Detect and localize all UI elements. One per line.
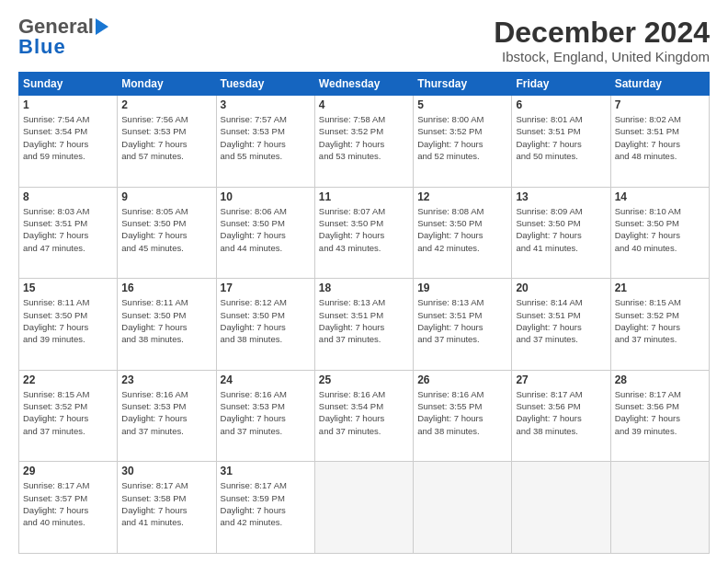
calendar-cell — [610, 462, 709, 554]
day-number: 14 — [615, 190, 705, 203]
calendar-week-1: 1Sunrise: 7:54 AM Sunset: 3:54 PM Daylig… — [19, 96, 710, 188]
day-info: Sunrise: 8:09 AM Sunset: 3:50 PM Dayligh… — [516, 205, 606, 254]
calendar-cell: 29Sunrise: 8:17 AM Sunset: 3:57 PM Dayli… — [19, 462, 118, 554]
day-number: 7 — [615, 98, 705, 111]
day-info: Sunrise: 8:15 AM Sunset: 3:52 PM Dayligh… — [615, 296, 705, 345]
header: General Blue December 2024 Ibstock, Engl… — [18, 17, 710, 64]
calendar-cell: 24Sunrise: 8:16 AM Sunset: 3:53 PM Dayli… — [216, 370, 314, 462]
day-info: Sunrise: 8:14 AM Sunset: 3:51 PM Dayligh… — [516, 296, 606, 345]
calendar-cell: 16Sunrise: 8:11 AM Sunset: 3:50 PM Dayli… — [118, 279, 216, 371]
day-info: Sunrise: 7:54 AM Sunset: 3:54 PM Dayligh… — [23, 113, 113, 162]
col-header-tuesday: Tuesday — [216, 73, 314, 96]
calendar-cell: 20Sunrise: 8:14 AM Sunset: 3:51 PM Dayli… — [512, 279, 610, 371]
calendar-cell: 1Sunrise: 7:54 AM Sunset: 3:54 PM Daylig… — [19, 96, 118, 188]
calendar-cell — [512, 462, 610, 554]
day-number: 24 — [221, 373, 311, 386]
calendar-cell: 3Sunrise: 7:57 AM Sunset: 3:53 PM Daylig… — [216, 96, 314, 188]
calendar-cell: 22Sunrise: 8:15 AM Sunset: 3:52 PM Dayli… — [19, 370, 118, 462]
day-number: 5 — [417, 98, 507, 111]
col-header-sunday: Sunday — [19, 73, 118, 96]
day-info: Sunrise: 8:07 AM Sunset: 3:50 PM Dayligh… — [319, 205, 409, 254]
day-number: 27 — [516, 373, 606, 386]
col-header-thursday: Thursday — [414, 73, 512, 96]
day-info: Sunrise: 7:57 AM Sunset: 3:53 PM Dayligh… — [221, 113, 311, 162]
day-number: 22 — [23, 373, 113, 386]
day-info: Sunrise: 8:17 AM Sunset: 3:57 PM Dayligh… — [23, 479, 113, 528]
calendar-cell: 5Sunrise: 8:00 AM Sunset: 3:52 PM Daylig… — [414, 96, 512, 188]
day-info: Sunrise: 8:17 AM Sunset: 3:56 PM Dayligh… — [615, 388, 705, 437]
month-title: December 2024 — [494, 17, 710, 49]
logo-general-text: General — [18, 17, 94, 37]
day-info: Sunrise: 7:56 AM Sunset: 3:53 PM Dayligh… — [121, 113, 211, 162]
day-info: Sunrise: 8:17 AM Sunset: 3:58 PM Dayligh… — [121, 479, 211, 528]
col-header-monday: Monday — [118, 73, 216, 96]
day-info: Sunrise: 8:05 AM Sunset: 3:50 PM Dayligh… — [121, 205, 211, 254]
calendar-cell: 10Sunrise: 8:06 AM Sunset: 3:50 PM Dayli… — [216, 187, 314, 279]
calendar-cell: 14Sunrise: 8:10 AM Sunset: 3:50 PM Dayli… — [610, 187, 709, 279]
day-number: 16 — [121, 282, 211, 294]
page: General Blue December 2024 Ibstock, Engl… — [0, 0, 728, 563]
day-number: 28 — [615, 373, 705, 386]
logo-chevron-icon — [96, 18, 108, 35]
calendar-week-2: 8Sunrise: 8:03 AM Sunset: 3:51 PM Daylig… — [19, 187, 710, 279]
day-number: 10 — [221, 190, 311, 203]
day-number: 30 — [121, 465, 211, 477]
col-header-friday: Friday — [512, 73, 610, 96]
col-header-wednesday: Wednesday — [314, 73, 413, 96]
calendar-cell: 7Sunrise: 8:02 AM Sunset: 3:51 PM Daylig… — [610, 96, 709, 188]
day-info: Sunrise: 8:13 AM Sunset: 3:51 PM Dayligh… — [417, 296, 507, 345]
day-number: 8 — [23, 190, 113, 203]
calendar-cell: 17Sunrise: 8:12 AM Sunset: 3:50 PM Dayli… — [216, 279, 314, 371]
day-info: Sunrise: 8:01 AM Sunset: 3:51 PM Dayligh… — [516, 113, 606, 162]
day-number: 2 — [121, 98, 211, 111]
day-info: Sunrise: 8:02 AM Sunset: 3:51 PM Dayligh… — [615, 113, 705, 162]
day-number: 4 — [319, 98, 409, 111]
day-info: Sunrise: 8:16 AM Sunset: 3:55 PM Dayligh… — [417, 388, 507, 437]
day-number: 15 — [23, 282, 113, 294]
day-info: Sunrise: 8:15 AM Sunset: 3:52 PM Dayligh… — [23, 388, 113, 437]
calendar-cell: 23Sunrise: 8:16 AM Sunset: 3:53 PM Dayli… — [118, 370, 216, 462]
day-number: 29 — [23, 465, 113, 477]
calendar-cell: 6Sunrise: 8:01 AM Sunset: 3:51 PM Daylig… — [512, 96, 610, 188]
day-info: Sunrise: 8:10 AM Sunset: 3:50 PM Dayligh… — [615, 205, 705, 254]
calendar-cell: 2Sunrise: 7:56 AM Sunset: 3:53 PM Daylig… — [118, 96, 216, 188]
day-info: Sunrise: 8:17 AM Sunset: 3:59 PM Dayligh… — [221, 479, 311, 528]
calendar-cell: 12Sunrise: 8:08 AM Sunset: 3:50 PM Dayli… — [414, 187, 512, 279]
calendar-cell: 31Sunrise: 8:17 AM Sunset: 3:59 PM Dayli… — [216, 462, 314, 554]
day-info: Sunrise: 8:11 AM Sunset: 3:50 PM Dayligh… — [121, 296, 211, 345]
calendar-cell: 8Sunrise: 8:03 AM Sunset: 3:51 PM Daylig… — [19, 187, 118, 279]
calendar-cell: 21Sunrise: 8:15 AM Sunset: 3:52 PM Dayli… — [610, 279, 709, 371]
calendar-cell: 25Sunrise: 8:16 AM Sunset: 3:54 PM Dayli… — [314, 370, 413, 462]
day-info: Sunrise: 8:08 AM Sunset: 3:50 PM Dayligh… — [417, 205, 507, 254]
day-info: Sunrise: 8:06 AM Sunset: 3:50 PM Dayligh… — [221, 205, 311, 254]
day-info: Sunrise: 8:16 AM Sunset: 3:53 PM Dayligh… — [221, 388, 311, 437]
day-number: 19 — [417, 282, 507, 294]
calendar-cell: 27Sunrise: 8:17 AM Sunset: 3:56 PM Dayli… — [512, 370, 610, 462]
day-number: 12 — [417, 190, 507, 203]
day-info: Sunrise: 8:00 AM Sunset: 3:52 PM Dayligh… — [417, 113, 507, 162]
calendar-cell — [414, 462, 512, 554]
day-info: Sunrise: 8:03 AM Sunset: 3:51 PM Dayligh… — [23, 205, 113, 254]
logo: General Blue — [18, 17, 108, 57]
day-info: Sunrise: 8:12 AM Sunset: 3:50 PM Dayligh… — [221, 296, 311, 345]
day-number: 26 — [417, 373, 507, 386]
calendar-week-4: 22Sunrise: 8:15 AM Sunset: 3:52 PM Dayli… — [19, 370, 710, 462]
day-number: 25 — [319, 373, 409, 386]
day-info: Sunrise: 8:13 AM Sunset: 3:51 PM Dayligh… — [319, 296, 409, 345]
day-number: 17 — [221, 282, 311, 294]
calendar-week-5: 29Sunrise: 8:17 AM Sunset: 3:57 PM Dayli… — [19, 462, 710, 554]
day-number: 23 — [121, 373, 211, 386]
day-number: 20 — [516, 282, 606, 294]
calendar-header-row: SundayMondayTuesdayWednesdayThursdayFrid… — [19, 73, 710, 96]
day-number: 6 — [516, 98, 606, 111]
calendar-cell: 13Sunrise: 8:09 AM Sunset: 3:50 PM Dayli… — [512, 187, 610, 279]
day-number: 11 — [319, 190, 409, 203]
calendar-cell: 11Sunrise: 8:07 AM Sunset: 3:50 PM Dayli… — [314, 187, 413, 279]
day-number: 18 — [319, 282, 409, 294]
day-number: 31 — [221, 465, 311, 477]
day-number: 9 — [121, 190, 211, 203]
day-number: 3 — [221, 98, 311, 111]
day-info: Sunrise: 8:16 AM Sunset: 3:54 PM Dayligh… — [319, 388, 409, 437]
calendar-cell: 15Sunrise: 8:11 AM Sunset: 3:50 PM Dayli… — [19, 279, 118, 371]
day-info: Sunrise: 8:16 AM Sunset: 3:53 PM Dayligh… — [121, 388, 211, 437]
